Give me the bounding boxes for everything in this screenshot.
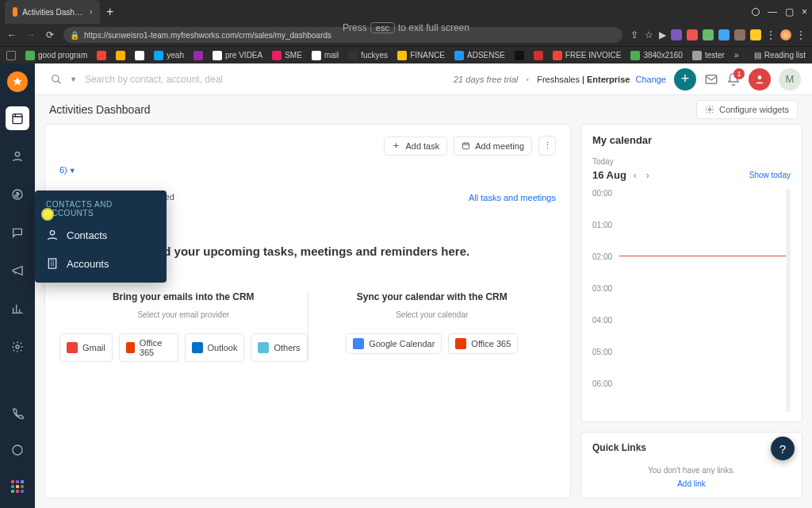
nav-contacts[interactable] [6,144,29,168]
timeline-hour: 05:00 [592,348,786,379]
nav-settings[interactable] [6,335,29,359]
calendar-title: My calendar [592,134,791,146]
bookmark-item[interactable]: pre VIDEA [213,51,262,60]
connector-icon [455,338,466,349]
forward-icon[interactable]: → [25,29,36,40]
bookmark-item[interactable] [135,51,144,60]
nav-apps-switcher[interactable] [6,475,29,498]
flyout-item-accounts[interactable]: Accounts [35,249,167,278]
app-topbar: ▼ Search by contact, account, deal 21 da… [35,64,812,95]
apps-icon[interactable] [6,51,16,60]
window-close-icon[interactable]: × [802,6,807,17]
email-connector-button[interactable]: Office 365 [119,333,178,362]
timeline-hour: 06:00 [592,379,786,411]
bookmark-item[interactable]: FINANCE [397,51,445,60]
help-fab[interactable]: ? [771,437,795,460]
change-plan-link[interactable]: Change [635,75,666,84]
notifications-button[interactable]: 1 [726,72,741,87]
bookmark-item[interactable]: 3840x2160 [630,51,683,60]
bookmark-icon [515,51,524,60]
bookmark-item[interactable] [193,51,203,60]
nav-dashboard[interactable] [6,106,29,130]
add-task-button[interactable]: Add task [384,137,447,156]
back-icon[interactable]: ← [6,29,17,40]
show-today-link[interactable]: Show today [749,171,791,179]
calendar-connector-button[interactable]: Google Calendar [346,333,442,354]
flyout-heading: CONTACTS AND ACCOUNTS [35,195,167,221]
email-connector-button[interactable]: Others [251,333,307,362]
bookmark-item[interactable]: yeah [154,51,184,60]
user-avatar[interactable]: M [779,68,801,90]
window-maximize-icon[interactable]: ▢ [785,6,794,17]
bookmark-item[interactable]: ADSENSE [454,51,505,60]
reading-list-button[interactable]: ▤ Reading list [754,51,806,60]
url-text: https://sunweisro1-team.myfreshworks.com… [84,31,331,40]
next-day-button[interactable]: › [644,170,652,181]
more-menu-button[interactable]: ⋮ [538,136,556,156]
ext-icon[interactable] [671,29,682,40]
svg-point-7 [52,75,59,81]
trial-text: 21 days free trial [454,75,518,84]
team-avatar[interactable] [749,68,771,90]
window-minimize-icon[interactable]: — [768,6,777,17]
global-search[interactable]: ▼ Search by contact, account, deal [51,74,446,85]
bookmarks-overflow-icon[interactable]: » [734,51,739,60]
empty-heading: Find your upcoming tasks, meetings and r… [146,244,469,258]
bookmarks-bar: good programyeahpre VIDEASMEmailfuckyesF… [0,46,812,64]
add-link-button[interactable]: Add link [592,479,791,488]
reload-icon[interactable]: ⟳ [44,29,56,40]
search-scope-caret[interactable]: ▼ [70,75,77,83]
bookmark-item[interactable]: good program [25,51,87,60]
reading-list-icon: ▤ [754,51,761,60]
browser-menu-icon[interactable]: ⋮ [796,29,806,40]
cast-icon[interactable]: ▶ [659,29,666,40]
nav-campaigns[interactable] [6,259,29,283]
add-meeting-button[interactable]: Add meeting [454,137,532,156]
nav-reports[interactable] [6,297,29,321]
app-logo[interactable] [7,71,28,92]
gear-icon [705,105,714,114]
ext-icon[interactable] [750,29,761,40]
quick-add-button[interactable]: + [674,68,696,90]
calendar-connector-button[interactable]: Office 365 [448,333,518,354]
connector-icon [67,342,78,353]
bookmark-item[interactable] [97,51,106,60]
svg-point-5 [50,231,54,235]
quick-links-widget: Quick Links You don't have any links. Ad… [580,432,802,498]
bookmark-item[interactable]: SME [272,51,302,60]
browser-tab[interactable]: Activities Dashboard | Freshsales × [5,0,100,24]
new-tab-button[interactable]: + [106,5,113,19]
configure-widgets-button[interactable]: Configure widgets [696,100,798,119]
page-title: Activities Dashboard [49,103,151,116]
nav-phone[interactable] [6,402,29,425]
bookmark-item[interactable] [534,51,543,60]
nav-deals[interactable] [6,183,29,206]
bookmark-icon [397,51,407,60]
star-icon[interactable]: ☆ [643,29,654,40]
flyout-item-contacts[interactable]: Contacts [35,221,167,249]
all-tasks-link[interactable]: All tasks and meetings [469,193,556,202]
ext-icon[interactable] [703,29,714,40]
extensions-menu-icon[interactable]: ⋮ [766,29,776,40]
bookmark-item[interactable]: mail [312,51,339,60]
ext-icon[interactable] [687,29,698,40]
profile-avatar-icon[interactable] [780,29,791,40]
email-connector-button[interactable]: Outlook [185,333,245,362]
tasks-count-link[interactable]: 6)▼ [59,165,76,175]
brand-link[interactable]: Freshsales [537,75,580,84]
mail-icon[interactable] [704,72,718,87]
email-connector-button[interactable]: Gmail [59,333,113,362]
ext-icon[interactable] [718,29,730,40]
ext-icon[interactable] [734,29,745,40]
nav-chat[interactable] [6,438,29,462]
bookmark-item[interactable]: FREE INVOICE [553,51,622,60]
bookmark-item[interactable]: tester [692,51,725,60]
bookmark-item[interactable]: fuckyes [348,51,388,60]
share-icon[interactable]: ⇪ [630,29,638,40]
bookmark-item[interactable] [515,51,524,60]
nav-conversations[interactable] [6,221,29,244]
calendar-timeline[interactable]: 00:0001:0002:0003:0004:0005:0006:00 [592,189,791,412]
close-tab-icon[interactable]: × [90,7,92,17]
bookmark-item[interactable] [116,51,125,60]
prev-day-button[interactable]: ‹ [631,170,639,181]
